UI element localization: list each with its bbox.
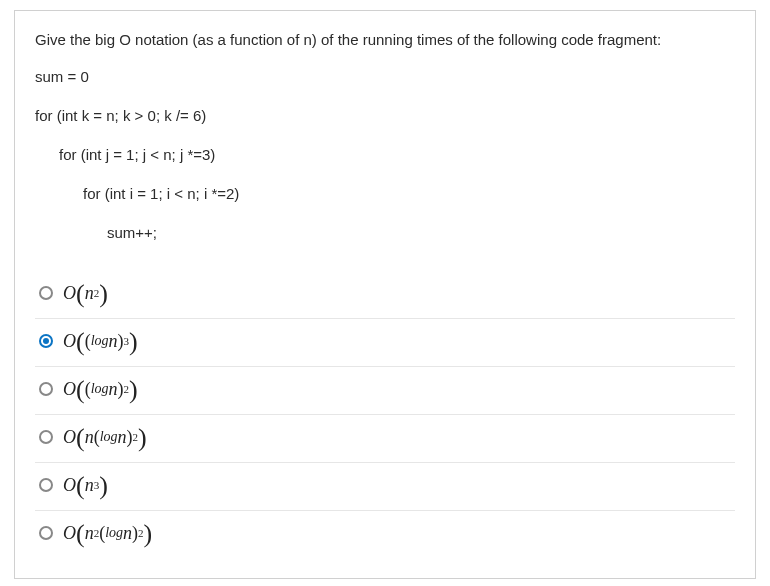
code-line: sum = 0 <box>35 66 735 87</box>
radio-icon[interactable] <box>39 430 53 444</box>
question-prompt: Give the big O notation (as a function o… <box>35 29 735 52</box>
radio-icon[interactable] <box>39 382 53 396</box>
option-6[interactable]: O (n2 (log n)2) <box>35 511 735 558</box>
radio-icon[interactable] <box>39 334 53 348</box>
option-label: O (n3) <box>63 475 108 496</box>
option-5[interactable]: O (n3) <box>35 463 735 511</box>
options-list: O (n2) O ((log n)3) O ((log n)2) O (n(lo… <box>35 271 735 558</box>
radio-icon[interactable] <box>39 526 53 540</box>
option-label: O (n(log n)2) <box>63 427 147 448</box>
option-label: O ((log n)2) <box>63 379 138 400</box>
code-line: for (int i = 1; i < n; i *=2) <box>35 183 735 204</box>
question-card: Give the big O notation (as a function o… <box>14 10 756 579</box>
option-4[interactable]: O (n(log n)2) <box>35 415 735 463</box>
radio-icon[interactable] <box>39 478 53 492</box>
code-line: for (int k = n; k > 0; k /= 6) <box>35 105 735 126</box>
code-line: sum++; <box>35 222 735 243</box>
option-label: O (n2) <box>63 283 108 304</box>
option-label: O (n2 (log n)2) <box>63 523 152 544</box>
code-line: for (int j = 1; j < n; j *=3) <box>35 144 735 165</box>
radio-icon[interactable] <box>39 286 53 300</box>
option-3[interactable]: O ((log n)2) <box>35 367 735 415</box>
option-label: O ((log n)3) <box>63 331 138 352</box>
option-2[interactable]: O ((log n)3) <box>35 319 735 367</box>
option-1[interactable]: O (n2) <box>35 271 735 319</box>
